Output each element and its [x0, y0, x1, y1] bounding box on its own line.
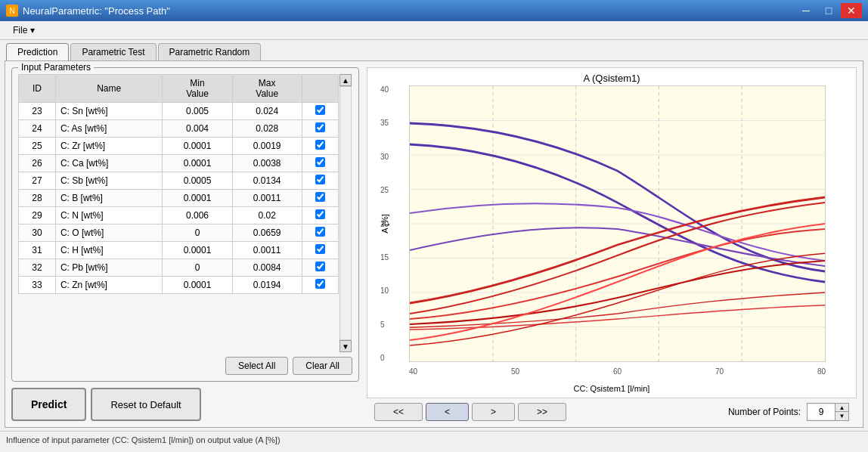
cell-max: 0.0019	[232, 138, 302, 155]
nav-first-button[interactable]: <<	[374, 403, 423, 421]
tab-prediction[interactable]: Prediction	[6, 43, 69, 60]
points-row: Number of Points: ▲ ▼	[728, 403, 849, 421]
cell-max: 0.024	[232, 103, 302, 120]
cell-min: 0.0005	[163, 172, 232, 190]
points-input[interactable]	[808, 405, 835, 419]
select-all-button[interactable]: Select All	[225, 357, 288, 375]
cell-checkbox[interactable]	[302, 277, 338, 294]
cell-checkbox[interactable]	[302, 190, 338, 207]
scrollbar-area: ▲ ▼	[339, 74, 352, 352]
cell-id: 23	[19, 103, 56, 120]
menu-bar: File ▾	[0, 21, 868, 40]
table-row: 23 C: Sn [wt%] 0.005 0.024	[19, 103, 339, 120]
spinner-buttons: ▲ ▼	[835, 404, 848, 420]
table-row: 32 C: Pb [wt%] 0 0.0084	[19, 259, 339, 277]
cell-min: 0	[163, 259, 232, 277]
clear-all-button[interactable]: Clear All	[293, 357, 352, 375]
table-row: 29 C: N [wt%] 0.006 0.02	[19, 207, 339, 224]
cell-id: 30	[19, 224, 56, 242]
cell-id: 31	[19, 242, 56, 259]
predict-button[interactable]: Predict	[11, 388, 86, 421]
row-checkbox[interactable]	[315, 262, 325, 271]
cell-min: 0.0001	[163, 138, 232, 155]
nav-last-button[interactable]: >>	[518, 403, 566, 421]
cell-min: 0.004	[163, 120, 232, 138]
row-checkbox[interactable]	[315, 192, 325, 202]
maximize-button[interactable]: □	[818, 3, 839, 18]
cell-id: 27	[19, 172, 56, 190]
cell-checkbox[interactable]	[302, 103, 338, 120]
cell-checkbox[interactable]	[302, 120, 338, 138]
close-button[interactable]: ✕	[841, 3, 862, 18]
cell-name: C: B [wt%]	[55, 190, 163, 207]
tab-parametric-test[interactable]: Parametric Test	[70, 43, 156, 60]
cell-min: 0.006	[163, 207, 232, 224]
chart-svg	[410, 86, 825, 361]
row-checkbox[interactable]	[315, 105, 325, 115]
cell-id: 26	[19, 155, 56, 172]
cell-id: 33	[19, 277, 56, 294]
title-bar: N NeuralParametric: "Process Path" ─ □ ✕	[0, 0, 868, 21]
cell-checkbox[interactable]	[302, 172, 338, 190]
cell-checkbox[interactable]	[302, 224, 338, 242]
spin-up-btn[interactable]: ▲	[835, 404, 848, 412]
parameters-table: ID Name MinValue MaxValue 23 C: Sn [wt%]…	[18, 74, 339, 294]
cell-checkbox[interactable]	[302, 259, 338, 277]
row-checkbox[interactable]	[315, 279, 325, 289]
app-icon: N	[6, 5, 18, 17]
tab-parametric-random[interactable]: Parametric Random	[158, 43, 262, 60]
cell-min: 0.0001	[163, 277, 232, 294]
scroll-down-btn[interactable]: ▼	[339, 340, 352, 352]
group-title: Input Parameters	[18, 62, 94, 73]
table-row: 26 C: Ca [wt%] 0.0001 0.0038	[19, 155, 339, 172]
table-area: ID Name MinValue MaxValue 23 C: Sn [wt%]…	[18, 74, 352, 352]
right-panel: A (Qsistem1) 0 5 10 15 20 25 30 35 40 A …	[367, 67, 857, 421]
table-row: 30 C: O [wt%] 0 0.0659	[19, 224, 339, 242]
cell-max: 0.0084	[232, 259, 302, 277]
cell-id: 32	[19, 259, 56, 277]
cell-name: C: H [wt%]	[55, 242, 163, 259]
table-row: 24 C: As [wt%] 0.004 0.028	[19, 120, 339, 138]
cell-max: 0.0038	[232, 155, 302, 172]
cell-max: 0.0011	[232, 190, 302, 207]
file-menu-label: File ▾	[13, 25, 35, 36]
x-axis-labels: 40 50 60 70 80	[409, 367, 826, 376]
table-scroll[interactable]: ID Name MinValue MaxValue 23 C: Sn [wt%]…	[18, 74, 339, 352]
cell-name: C: Pb [wt%]	[55, 259, 163, 277]
minimize-button[interactable]: ─	[795, 3, 817, 18]
cell-checkbox[interactable]	[302, 155, 338, 172]
file-menu[interactable]: File ▾	[6, 23, 42, 38]
cell-min: 0.0001	[163, 190, 232, 207]
cell-min: 0.0001	[163, 155, 232, 172]
row-checkbox[interactable]	[315, 122, 325, 132]
nav-prev-button[interactable]: <	[426, 403, 469, 421]
spin-down-btn[interactable]: ▼	[835, 412, 848, 420]
cell-max: 0.0194	[232, 277, 302, 294]
row-checkbox[interactable]	[315, 209, 325, 219]
table-row: 33 C: Zn [wt%] 0.0001 0.0194	[19, 277, 339, 294]
cell-checkbox[interactable]	[302, 242, 338, 259]
row-checkbox[interactable]	[315, 244, 325, 254]
nav-buttons: << < > >>	[374, 403, 566, 421]
row-checkbox[interactable]	[315, 140, 325, 150]
cell-checkbox[interactable]	[302, 138, 338, 155]
cell-name: C: Ca [wt%]	[55, 155, 163, 172]
row-checkbox[interactable]	[315, 175, 325, 184]
cell-min: 0	[163, 224, 232, 242]
points-spinner[interactable]: ▲ ▼	[807, 403, 849, 421]
cell-name: C: Zr [wt%]	[55, 138, 163, 155]
cell-min: 0.0001	[163, 242, 232, 259]
row-checkbox[interactable]	[315, 227, 325, 237]
scroll-track[interactable]	[339, 86, 352, 340]
nav-controls-row: << < > >> Number of Points: ▲ ▼	[367, 403, 857, 421]
scroll-up-btn[interactable]: ▲	[339, 74, 352, 86]
nav-next-button[interactable]: >	[472, 403, 515, 421]
reset-button[interactable]: Reset to Default	[91, 388, 200, 421]
cell-name: C: Sb [wt%]	[55, 172, 163, 190]
col-max: MaxValue	[232, 75, 302, 103]
cell-id: 24	[19, 120, 56, 138]
cell-checkbox[interactable]	[302, 207, 338, 224]
col-check	[302, 75, 338, 103]
bottom-buttons: Predict Reset to Default	[11, 388, 359, 421]
row-checkbox[interactable]	[315, 157, 325, 167]
